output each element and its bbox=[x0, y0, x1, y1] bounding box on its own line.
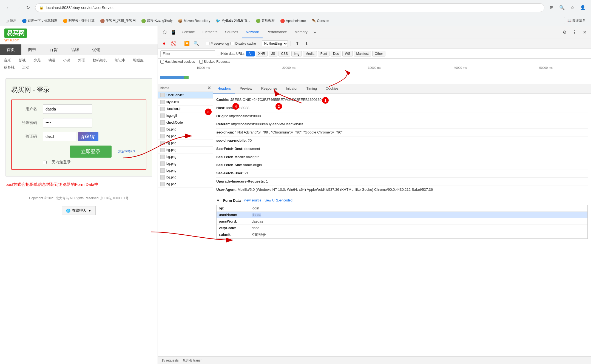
tab-console[interactable]: Console bbox=[178, 26, 199, 38]
preserve-log-checkbox[interactable] bbox=[206, 42, 209, 45]
profile-icon[interactable]: 👤 bbox=[579, 4, 587, 12]
bookmark-maven-repo[interactable]: 📦Maven Repository bbox=[176, 18, 212, 24]
bookmark-niuke[interactable]: 🟤牛客网_求职_牛客网 bbox=[98, 17, 138, 24]
hide-data-urls-label[interactable]: Hide data URLs bbox=[217, 52, 245, 56]
search-button[interactable]: 🔍 bbox=[192, 40, 200, 47]
forgot-link[interactable]: 忘记密码？ bbox=[118, 149, 136, 154]
sub-nav-boots[interactable]: 秋冬靴 bbox=[0, 64, 18, 71]
nav-home[interactable]: 首页 bbox=[0, 44, 21, 55]
sub-nav-anime[interactable]: 动漫 bbox=[44, 57, 59, 64]
detail-tab-initiator[interactable]: Initiator bbox=[282, 84, 302, 93]
tab-elements[interactable]: Elements bbox=[199, 26, 221, 38]
nl-item-bg1[interactable]: bg.png bbox=[158, 126, 213, 133]
login-button[interactable]: 立即登录 bbox=[70, 146, 112, 158]
detail-tab-timing[interactable]: Timing bbox=[302, 84, 322, 93]
detail-tab-cookies[interactable]: Cookies bbox=[321, 84, 343, 93]
export-har-button[interactable]: ⬇ bbox=[303, 40, 311, 47]
filter-other[interactable]: Other bbox=[372, 51, 385, 56]
nl-item-function[interactable]: function.js bbox=[158, 106, 213, 112]
bookmark-mybatis[interactable]: 🐦MyBatis XML配置... bbox=[214, 17, 252, 24]
nl-item-bg2[interactable]: bg.png bbox=[158, 133, 213, 140]
filter-js[interactable]: JS bbox=[269, 51, 277, 56]
filter-all[interactable]: All bbox=[246, 51, 255, 56]
close-network-list-button[interactable]: ✕ bbox=[207, 85, 211, 90]
forward-button[interactable]: → bbox=[14, 4, 22, 12]
throttle-select[interactable]: No throttling Fast 3G Slow 3G bbox=[262, 40, 288, 47]
bookmark-kuang[interactable]: 🟢课程-KuangStudy bbox=[139, 17, 175, 24]
record-button[interactable]: ● bbox=[160, 40, 168, 47]
import-har-button[interactable]: ⬆ bbox=[294, 40, 301, 47]
bookmark-icon[interactable]: ☆ bbox=[569, 4, 576, 12]
filter-doc[interactable]: Doc bbox=[331, 51, 341, 56]
more-tabs-button[interactable]: » bbox=[311, 26, 318, 38]
nl-item-bg7[interactable]: bg.png bbox=[158, 167, 213, 174]
bookmark-apache-maven[interactable]: 🪶Console bbox=[309, 18, 331, 24]
disable-cache-label[interactable]: Disable cache bbox=[231, 42, 256, 46]
nav-goods[interactable]: 百货 bbox=[43, 44, 64, 55]
sub-nav-kids[interactable]: 少儿 bbox=[30, 57, 44, 64]
extensions-icon[interactable]: ⊞ bbox=[548, 4, 555, 12]
sub-nav-film[interactable]: 影视 bbox=[15, 57, 30, 64]
filter-ws[interactable]: WS bbox=[342, 51, 353, 56]
bookmark-apps[interactable]: ⊞应用 bbox=[3, 17, 19, 24]
settings-button[interactable]: ⚙ bbox=[560, 28, 569, 37]
nl-item-userservlet[interactable]: UserServlet bbox=[158, 92, 213, 99]
captcha-input[interactable] bbox=[43, 132, 76, 141]
nl-item-logo[interactable]: logo.gif bbox=[158, 112, 213, 119]
inspect-element-button[interactable]: ⬡ bbox=[160, 28, 169, 37]
filter-font[interactable]: Font bbox=[318, 51, 329, 56]
blocked-requests-checkbox[interactable] bbox=[199, 60, 203, 64]
bookmark-aliyun[interactable]: 🟠阿里云 - 弹性计算 bbox=[61, 17, 97, 24]
clear-button[interactable]: 🚫 bbox=[170, 40, 177, 47]
nl-item-bg8[interactable]: bg.png bbox=[158, 174, 213, 181]
sub-nav-camera[interactable]: 数码相机 bbox=[89, 57, 111, 64]
zoom-icon[interactable]: 🔍 bbox=[558, 4, 566, 12]
nl-item-style[interactable]: style.css bbox=[158, 99, 213, 106]
nl-item-bg5[interactable]: bg.png bbox=[158, 153, 213, 160]
filter-toggle-button[interactable]: 🔽 bbox=[183, 40, 191, 47]
device-toolbar-button[interactable]: 📱 bbox=[169, 28, 178, 37]
detail-tab-response[interactable]: Response bbox=[257, 84, 282, 93]
filter-manifest[interactable]: Manifest bbox=[354, 51, 371, 56]
nl-item-bg9[interactable]: bg.png bbox=[158, 181, 213, 188]
refresh-button[interactable]: ↻ bbox=[24, 4, 32, 12]
sub-nav-novel[interactable]: 小说 bbox=[59, 57, 74, 64]
preserve-log-label[interactable]: Preserve log bbox=[206, 42, 229, 46]
filter-xhr[interactable]: XHR bbox=[256, 51, 268, 56]
form-data-header[interactable]: ▼ Form Data view source view URL-encoded bbox=[216, 198, 588, 203]
sub-nav-music[interactable]: 音乐 bbox=[0, 57, 15, 64]
close-devtools-button[interactable]: ✕ bbox=[580, 28, 589, 37]
blocked-cookies-label[interactable]: Has blocked cookies bbox=[160, 60, 195, 64]
nav-books[interactable]: 图书 bbox=[21, 44, 43, 55]
detail-tab-headers[interactable]: Headers bbox=[213, 84, 235, 93]
nl-item-bg4[interactable]: bg.png bbox=[158, 147, 213, 153]
filter-input[interactable] bbox=[160, 50, 215, 57]
tab-memory[interactable]: Memory bbox=[291, 26, 311, 38]
chat-button[interactable]: 🌐 在线聊天 ▼ bbox=[62, 206, 96, 215]
address-bar[interactable]: 🔒 localhost:8088/ebuy-servlet/UserServle… bbox=[35, 3, 544, 12]
password-input[interactable] bbox=[43, 118, 92, 127]
sub-nav-foreign[interactable]: 外语 bbox=[74, 57, 89, 64]
sub-nav-jacket[interactable]: 羽绒服 bbox=[129, 57, 147, 64]
view-source-link[interactable]: view source bbox=[244, 198, 261, 202]
blocked-requests-label[interactable]: Blocked Requests bbox=[199, 60, 230, 64]
sub-nav-sport[interactable]: 运动 bbox=[18, 64, 33, 71]
disable-cache-checkbox[interactable] bbox=[231, 42, 234, 45]
bookmark-baidu[interactable]: 🔵百度一下，你就知道 bbox=[20, 17, 59, 24]
more-options-button[interactable]: ⋮ bbox=[570, 28, 579, 37]
tab-sources[interactable]: Sources bbox=[221, 26, 242, 38]
detail-tab-preview[interactable]: Preview bbox=[235, 84, 257, 93]
hide-data-urls-checkbox[interactable] bbox=[217, 52, 220, 55]
view-url-encoded-link[interactable]: view URL-encoded bbox=[265, 198, 292, 202]
tab-performance[interactable]: Performance bbox=[263, 26, 291, 38]
back-button[interactable]: ← bbox=[4, 4, 12, 12]
sub-nav-laptop[interactable]: 笔记本 bbox=[111, 57, 129, 64]
bookmark-runoob[interactable]: 🟢菜鸟教程 bbox=[254, 17, 277, 24]
bookmark-reading-list[interactable]: 📖 阅读清单 bbox=[564, 17, 588, 24]
nl-item-bg3[interactable]: bg.png bbox=[158, 140, 213, 147]
filter-img[interactable]: Img bbox=[291, 51, 302, 56]
filter-media[interactable]: Media bbox=[303, 51, 317, 56]
remember-checkbox[interactable] bbox=[43, 161, 47, 164]
bookmark-apache-home[interactable]: 🔴ApacheHome bbox=[278, 18, 308, 24]
nl-item-checkcode[interactable]: checkCode bbox=[158, 119, 213, 126]
